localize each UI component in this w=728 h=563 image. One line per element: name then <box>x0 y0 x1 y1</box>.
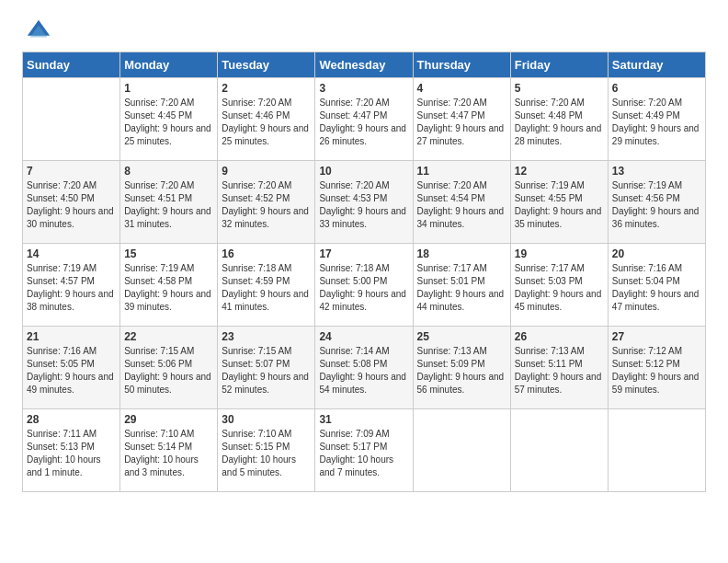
day-info: Sunrise: 7:20 AMSunset: 4:45 PMDaylight:… <box>124 97 213 148</box>
calendar-week-row: 21 Sunrise: 7:16 AMSunset: 5:05 PMDaylig… <box>23 327 706 409</box>
day-number: 26 <box>515 330 604 343</box>
calendar-day-cell: 15 Sunrise: 7:19 AMSunset: 4:58 PMDaylig… <box>120 244 218 327</box>
calendar-day-cell: 25 Sunrise: 7:13 AMSunset: 5:09 PMDaylig… <box>413 327 510 409</box>
day-info: Sunrise: 7:20 AMSunset: 4:47 PMDaylight:… <box>417 97 506 148</box>
calendar-day-cell <box>608 409 705 492</box>
logo <box>22 18 53 44</box>
calendar-day-cell: 2 Sunrise: 7:20 AMSunset: 4:46 PMDayligh… <box>218 78 315 161</box>
day-info: Sunrise: 7:20 AMSunset: 4:46 PMDaylight:… <box>222 97 311 148</box>
weekday-header-cell: Friday <box>510 52 608 78</box>
weekday-header-cell: Saturday <box>608 52 705 78</box>
day-info: Sunrise: 7:10 AMSunset: 5:14 PMDaylight:… <box>124 428 213 479</box>
calendar-day-cell: 20 Sunrise: 7:16 AMSunset: 5:04 PMDaylig… <box>608 244 705 327</box>
calendar-day-cell: 5 Sunrise: 7:20 AMSunset: 4:48 PMDayligh… <box>510 78 608 161</box>
day-info: Sunrise: 7:18 AMSunset: 5:00 PMDaylight:… <box>319 262 408 314</box>
calendar-day-cell: 16 Sunrise: 7:18 AMSunset: 4:59 PMDaylig… <box>218 244 315 327</box>
calendar-day-cell <box>23 78 120 161</box>
day-number: 1 <box>124 82 213 95</box>
day-info: Sunrise: 7:19 AMSunset: 4:58 PMDaylight:… <box>124 262 213 314</box>
calendar-day-cell: 22 Sunrise: 7:15 AMSunset: 5:06 PMDaylig… <box>120 327 218 409</box>
day-number: 23 <box>222 330 311 343</box>
day-info: Sunrise: 7:17 AMSunset: 5:01 PMDaylight:… <box>417 262 506 314</box>
day-number: 5 <box>515 82 604 95</box>
day-number: 21 <box>27 330 116 343</box>
calendar-body: 1 Sunrise: 7:20 AMSunset: 4:45 PMDayligh… <box>23 78 706 492</box>
calendar-day-cell: 19 Sunrise: 7:17 AMSunset: 5:03 PMDaylig… <box>510 244 608 327</box>
day-number: 20 <box>612 247 701 260</box>
calendar-day-cell <box>510 409 608 492</box>
calendar-day-cell: 6 Sunrise: 7:20 AMSunset: 4:49 PMDayligh… <box>608 78 705 161</box>
calendar-day-cell: 21 Sunrise: 7:16 AMSunset: 5:05 PMDaylig… <box>23 327 120 409</box>
day-number: 16 <box>222 247 311 260</box>
calendar-day-cell: 13 Sunrise: 7:19 AMSunset: 4:56 PMDaylig… <box>608 161 705 244</box>
day-info: Sunrise: 7:15 AMSunset: 5:07 PMDaylight:… <box>222 345 311 396</box>
day-info: Sunrise: 7:20 AMSunset: 4:47 PMDaylight:… <box>319 97 408 148</box>
calendar-week-row: 28 Sunrise: 7:11 AMSunset: 5:13 PMDaylig… <box>23 409 706 492</box>
day-number: 25 <box>417 330 506 343</box>
day-number: 7 <box>27 165 116 178</box>
weekday-header-cell: Tuesday <box>218 52 315 78</box>
day-info: Sunrise: 7:14 AMSunset: 5:08 PMDaylight:… <box>319 345 408 396</box>
calendar-day-cell: 27 Sunrise: 7:12 AMSunset: 5:12 PMDaylig… <box>608 327 705 409</box>
day-number: 13 <box>612 165 701 178</box>
day-number: 24 <box>319 330 408 343</box>
calendar-day-cell: 14 Sunrise: 7:19 AMSunset: 4:57 PMDaylig… <box>23 244 120 327</box>
day-info: Sunrise: 7:09 AMSunset: 5:17 PMDaylight:… <box>319 428 408 479</box>
day-info: Sunrise: 7:20 AMSunset: 4:51 PMDaylight:… <box>124 179 213 231</box>
day-number: 22 <box>124 330 213 343</box>
calendar-day-cell: 29 Sunrise: 7:10 AMSunset: 5:14 PMDaylig… <box>120 409 218 492</box>
day-info: Sunrise: 7:20 AMSunset: 4:49 PMDaylight:… <box>612 97 701 148</box>
day-info: Sunrise: 7:12 AMSunset: 5:12 PMDaylight:… <box>612 345 701 396</box>
calendar-day-cell: 3 Sunrise: 7:20 AMSunset: 4:47 PMDayligh… <box>315 78 413 161</box>
day-number: 12 <box>515 165 604 178</box>
calendar-day-cell: 9 Sunrise: 7:20 AMSunset: 4:52 PMDayligh… <box>218 161 315 244</box>
day-info: Sunrise: 7:19 AMSunset: 4:56 PMDaylight:… <box>612 179 701 231</box>
day-number: 17 <box>319 247 408 260</box>
day-number: 30 <box>222 413 311 426</box>
calendar-day-cell: 23 Sunrise: 7:15 AMSunset: 5:07 PMDaylig… <box>218 327 315 409</box>
day-number: 8 <box>124 165 213 178</box>
weekday-header-cell: Sunday <box>23 52 120 78</box>
day-number: 15 <box>124 247 213 260</box>
day-number: 29 <box>124 413 213 426</box>
weekday-header-row: SundayMondayTuesdayWednesdayThursdayFrid… <box>23 52 706 78</box>
day-info: Sunrise: 7:20 AMSunset: 4:50 PMDaylight:… <box>27 179 116 231</box>
day-info: Sunrise: 7:20 AMSunset: 4:54 PMDaylight:… <box>417 179 506 231</box>
day-number: 10 <box>319 165 408 178</box>
day-info: Sunrise: 7:15 AMSunset: 5:06 PMDaylight:… <box>124 345 213 396</box>
day-number: 14 <box>27 247 116 260</box>
day-number: 4 <box>417 82 506 95</box>
calendar-day-cell: 11 Sunrise: 7:20 AMSunset: 4:54 PMDaylig… <box>413 161 510 244</box>
day-number: 9 <box>222 165 311 178</box>
day-number: 28 <box>27 413 116 426</box>
day-info: Sunrise: 7:20 AMSunset: 4:52 PMDaylight:… <box>222 179 311 231</box>
weekday-header-cell: Monday <box>120 52 218 78</box>
calendar-day-cell: 4 Sunrise: 7:20 AMSunset: 4:47 PMDayligh… <box>413 78 510 161</box>
calendar-day-cell: 17 Sunrise: 7:18 AMSunset: 5:00 PMDaylig… <box>315 244 413 327</box>
day-info: Sunrise: 7:20 AMSunset: 4:48 PMDaylight:… <box>515 97 604 148</box>
day-number: 3 <box>319 82 408 95</box>
calendar-day-cell: 24 Sunrise: 7:14 AMSunset: 5:08 PMDaylig… <box>315 327 413 409</box>
calendar-day-cell: 10 Sunrise: 7:20 AMSunset: 4:53 PMDaylig… <box>315 161 413 244</box>
weekday-header-cell: Wednesday <box>315 52 413 78</box>
day-info: Sunrise: 7:19 AMSunset: 4:55 PMDaylight:… <box>515 179 604 231</box>
day-info: Sunrise: 7:11 AMSunset: 5:13 PMDaylight:… <box>27 428 116 479</box>
day-info: Sunrise: 7:20 AMSunset: 4:53 PMDaylight:… <box>319 179 408 231</box>
day-number: 11 <box>417 165 506 178</box>
logo-icon <box>26 18 51 44</box>
day-number: 18 <box>417 247 506 260</box>
calendar-day-cell: 7 Sunrise: 7:20 AMSunset: 4:50 PMDayligh… <box>23 161 120 244</box>
calendar-day-cell: 1 Sunrise: 7:20 AMSunset: 4:45 PMDayligh… <box>120 78 218 161</box>
calendar-day-cell: 8 Sunrise: 7:20 AMSunset: 4:51 PMDayligh… <box>120 161 218 244</box>
day-info: Sunrise: 7:16 AMSunset: 5:04 PMDaylight:… <box>612 262 701 314</box>
weekday-header-cell: Thursday <box>413 52 510 78</box>
day-info: Sunrise: 7:16 AMSunset: 5:05 PMDaylight:… <box>27 345 116 396</box>
calendar-day-cell: 28 Sunrise: 7:11 AMSunset: 5:13 PMDaylig… <box>23 409 120 492</box>
day-info: Sunrise: 7:13 AMSunset: 5:09 PMDaylight:… <box>417 345 506 396</box>
calendar-day-cell: 26 Sunrise: 7:13 AMSunset: 5:11 PMDaylig… <box>510 327 608 409</box>
header <box>22 18 706 44</box>
calendar-day-cell: 18 Sunrise: 7:17 AMSunset: 5:01 PMDaylig… <box>413 244 510 327</box>
calendar-week-row: 1 Sunrise: 7:20 AMSunset: 4:45 PMDayligh… <box>23 78 706 161</box>
calendar-week-row: 14 Sunrise: 7:19 AMSunset: 4:57 PMDaylig… <box>23 244 706 327</box>
calendar-table: SundayMondayTuesdayWednesdayThursdayFrid… <box>22 52 706 492</box>
